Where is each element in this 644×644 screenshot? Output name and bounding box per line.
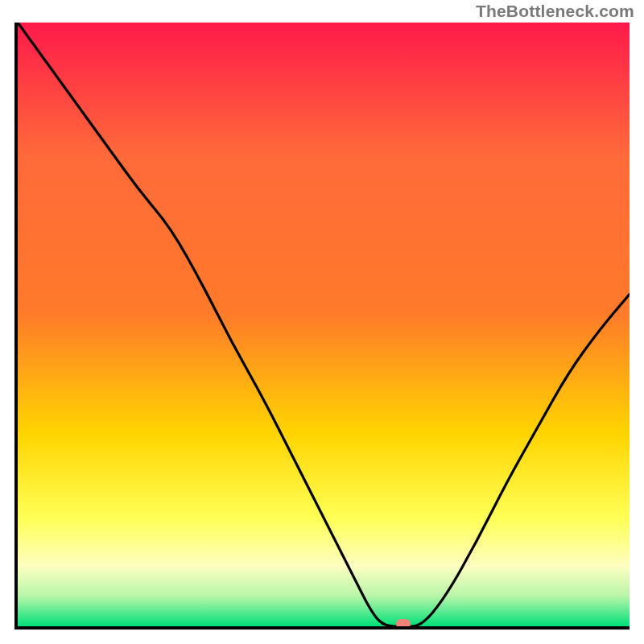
chart-container: TheBottleneck.com <box>0 0 644 644</box>
bottleneck-curve <box>18 23 630 626</box>
optimum-marker <box>396 619 411 629</box>
plot-area <box>14 23 630 630</box>
watermark-text: TheBottleneck.com <box>476 2 634 21</box>
